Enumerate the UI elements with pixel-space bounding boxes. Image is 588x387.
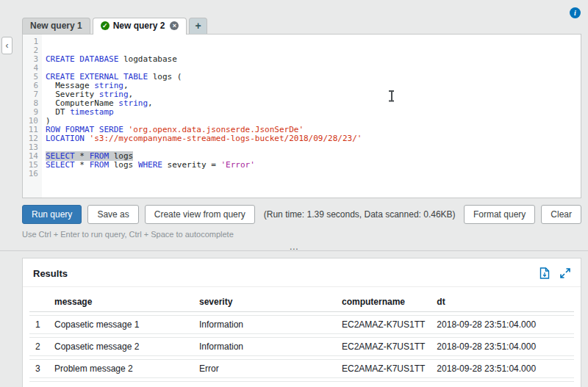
table-cell: Copasetic message 2 [49,337,193,356]
download-results-icon[interactable] [539,267,550,279]
table-cell: Problem message 2 [49,359,193,378]
tab-new-query-2[interactable]: ✓ New query 2 × [93,18,187,35]
sidebar-collapse-button[interactable]: ‹ [1,37,12,54]
code-token: timestamp [70,107,114,117]
sql-editor[interactable]: 12345678910111213141516 CREATE DATABASE … [22,34,581,198]
code-token: FROM [90,160,110,170]
column-header-severity: severity [193,292,336,312]
column-header-rownum [29,292,49,312]
row-number: 3 [29,359,49,378]
results-header: Results [23,258,581,287]
code-line: LOCATION 's3://mycompanyname-streamed-lo… [46,134,581,143]
tab-label: New query 1 [30,21,82,31]
table-cell: Information [193,337,336,356]
run-stats-text: (Run time: 1.39 seconds, Data scanned: 0… [264,209,458,220]
format-query-button[interactable]: Format query [464,205,535,224]
results-panel: Results messages [22,258,581,387]
table-cell: EC2AMAZ-K7US1TT [336,315,431,334]
save-as-button[interactable]: Save as [87,205,138,224]
code-token: LOCATION [46,134,85,143]
code-line: ComputerName string, [46,99,581,108]
table-cell: EC2AMAZ-K7US1TT [336,337,431,356]
code-line [46,37,581,46]
table-row: 4Copasetic message 3InformationEC2AMAZ-K… [29,381,574,387]
row-number: 2 [29,337,49,356]
code-token: logdatabase [118,54,176,64]
table-cell: 2018-09-28 23:51:04.000 [431,315,574,334]
code-token: logs [109,160,138,170]
table-cell: Error [193,359,336,378]
query-actions-row: Run query Save as Create view from query… [22,205,581,224]
code-token: , [148,98,153,108]
code-token: 's3://mycompanyname-streamed-logs-bucket… [90,134,362,143]
query-tabs: New query 1 ✓ New query 2 × + [22,18,581,34]
run-query-button[interactable]: Run query [22,205,82,224]
code-token [85,134,90,143]
code-line: SELECT * FROM logs WHERE severity = 'Err… [46,161,581,170]
code-token: WHERE [138,160,162,170]
create-view-button[interactable]: Create view from query [145,205,255,224]
results-header-icons [539,267,570,279]
table-cell: EC2AMAZ-K7US1TT [336,381,431,387]
table-cell: Copasetic message 1 [49,315,193,334]
table-cell: 2018-09-28 23:51:04.000 [431,381,574,387]
code-token: * [75,160,90,170]
shortcut-hint-text: Use Ctrl + Enter to run query, Ctrl + Sp… [22,230,581,239]
results-header-row: messageseveritycomputernamedt [29,292,574,312]
code-line: CREATE DATABASE logdatabase [46,55,581,64]
table-row: 1Copasetic message 1InformationEC2AMAZ-K… [29,315,574,334]
code-token: severity = [162,160,220,170]
table-cell: 2018-09-28 23:51:04.000 [431,359,574,378]
column-header-message: message [49,292,193,312]
code-token: 'Error' [220,160,254,170]
expand-results-icon[interactable] [560,268,570,278]
table-cell: Information [193,315,336,334]
code-line [46,170,581,178]
editor-code[interactable]: CREATE DATABASE logdatabase CREATE EXTER… [42,35,581,198]
athena-query-editor-page: i ‹ New query 1 ✓ New query 2 × + 123456… [0,0,588,387]
table-row: 3Problem message 2ErrorEC2AMAZ-K7US1TT20… [29,359,574,378]
info-icon[interactable]: i [570,7,581,18]
code-token: logs ( [148,72,182,82]
table-cell: Information [193,381,336,387]
table-cell: EC2AMAZ-K7US1TT [336,359,431,378]
panel-resize-handle[interactable]: ⋯ [290,245,299,253]
tab-new-query-1[interactable]: New query 1 [22,18,90,34]
results-table: messageseveritycomputernamedt 1Copasetic… [29,289,574,387]
code-token: string [118,98,148,108]
row-number: 4 [29,381,49,387]
line-number: 16 [23,170,38,178]
table-cell: Copasetic message 3 [49,381,193,387]
code-token: CREATE DATABASE [46,54,118,64]
panel-divider: ⋯ [0,245,588,256]
column-header-computername: computername [336,292,431,312]
editor-gutter: 12345678910111213141516 [23,35,42,198]
code-line: DT timestamp [46,108,581,117]
column-header-dt: dt [431,292,574,312]
tab-label: New query 2 [113,21,165,31]
table-row: 2Copasetic message 2InformationEC2AMAZ-K… [29,337,574,356]
clear-button[interactable]: Clear [541,205,581,224]
results-title: Results [33,268,68,279]
query-saved-check-icon: ✓ [101,21,110,30]
row-number: 1 [29,315,49,334]
table-cell: 2018-09-28 23:51:04.000 [431,337,574,356]
close-tab-icon[interactable]: × [170,21,179,30]
query-editor-section: New query 1 ✓ New query 2 × + 1234567891… [0,0,588,256]
new-tab-button[interactable]: + [189,18,207,34]
results-body: 1Copasetic message 1InformationEC2AMAZ-K… [29,315,574,387]
